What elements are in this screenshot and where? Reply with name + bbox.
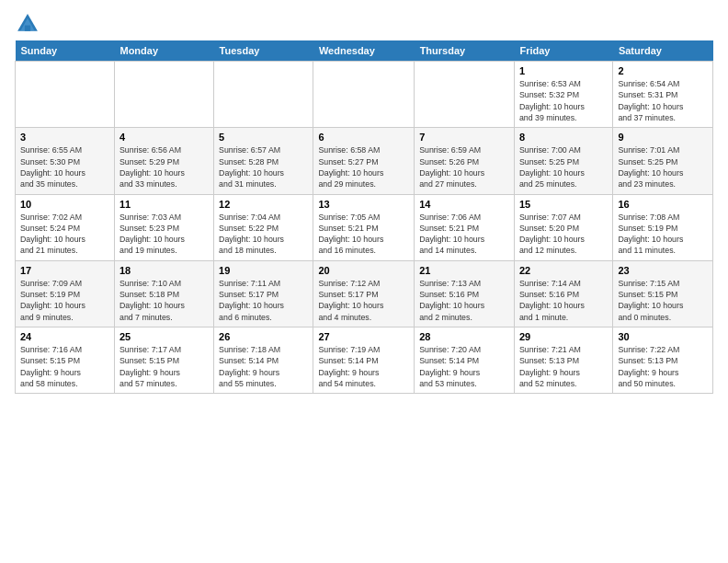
day-number: 24 xyxy=(20,331,109,342)
day-info: Sunrise: 6:55 AM Sunset: 5:30 PM Dayligh… xyxy=(20,144,109,190)
day-info: Sunrise: 7:03 AM Sunset: 5:23 PM Dayligh… xyxy=(119,212,209,257)
day-cell: 16Sunrise: 7:08 AM Sunset: 5:19 PM Dayli… xyxy=(613,194,713,260)
day-cell: 28Sunrise: 7:20 AM Sunset: 5:14 PM Dayli… xyxy=(415,327,515,394)
day-number: 7 xyxy=(419,132,509,143)
day-info: Sunrise: 7:09 AM Sunset: 5:19 PM Dayligh… xyxy=(20,278,109,323)
day-number: 17 xyxy=(20,265,109,276)
day-info: Sunrise: 6:58 AM Sunset: 5:27 PM Dayligh… xyxy=(318,144,409,190)
day-info: Sunrise: 6:54 AM Sunset: 5:31 PM Dayligh… xyxy=(618,78,708,123)
day-number: 6 xyxy=(318,132,409,143)
day-info: Sunrise: 7:06 AM Sunset: 5:21 PM Dayligh… xyxy=(419,212,509,257)
logo xyxy=(15,11,44,37)
day-info: Sunrise: 7:08 AM Sunset: 5:19 PM Dayligh… xyxy=(618,212,708,257)
day-info: Sunrise: 7:13 AM Sunset: 5:16 PM Dayligh… xyxy=(419,278,509,323)
day-info: Sunrise: 7:22 AM Sunset: 5:13 PM Dayligh… xyxy=(618,344,708,389)
day-cell xyxy=(16,62,115,128)
day-number: 11 xyxy=(119,199,209,210)
page: SundayMondayTuesdayWednesdayThursdayFrid… xyxy=(0,0,728,405)
day-info: Sunrise: 7:10 AM Sunset: 5:18 PM Dayligh… xyxy=(119,278,209,323)
day-info: Sunrise: 7:04 AM Sunset: 5:22 PM Dayligh… xyxy=(219,212,308,257)
day-info: Sunrise: 7:18 AM Sunset: 5:14 PM Dayligh… xyxy=(219,344,308,389)
day-cell: 4Sunrise: 6:56 AM Sunset: 5:29 PM Daylig… xyxy=(114,128,213,194)
day-cell: 19Sunrise: 7:11 AM Sunset: 5:17 PM Dayli… xyxy=(214,260,313,327)
day-number: 26 xyxy=(219,331,308,342)
day-cell xyxy=(214,62,313,128)
day-cell: 18Sunrise: 7:10 AM Sunset: 5:18 PM Dayli… xyxy=(114,260,213,327)
day-cell: 21Sunrise: 7:13 AM Sunset: 5:16 PM Dayli… xyxy=(415,260,515,327)
day-cell: 9Sunrise: 7:01 AM Sunset: 5:25 PM Daylig… xyxy=(613,128,713,194)
col-header-sunday: Sunday xyxy=(16,40,115,62)
day-info: Sunrise: 7:11 AM Sunset: 5:17 PM Dayligh… xyxy=(219,278,308,323)
day-cell: 10Sunrise: 7:02 AM Sunset: 5:24 PM Dayli… xyxy=(16,194,115,260)
day-cell xyxy=(415,62,515,128)
day-cell xyxy=(313,62,415,128)
day-cell: 22Sunrise: 7:14 AM Sunset: 5:16 PM Dayli… xyxy=(514,260,612,327)
day-number: 18 xyxy=(119,265,209,276)
day-number: 14 xyxy=(419,199,509,210)
col-header-tuesday: Tuesday xyxy=(214,40,313,62)
week-row-4: 17Sunrise: 7:09 AM Sunset: 5:19 PM Dayli… xyxy=(16,260,713,327)
day-info: Sunrise: 7:02 AM Sunset: 5:24 PM Dayligh… xyxy=(20,212,109,257)
day-info: Sunrise: 7:05 AM Sunset: 5:21 PM Dayligh… xyxy=(318,212,409,257)
day-number: 2 xyxy=(618,65,708,76)
day-number: 1 xyxy=(519,65,608,76)
day-cell: 12Sunrise: 7:04 AM Sunset: 5:22 PM Dayli… xyxy=(214,194,313,260)
day-info: Sunrise: 7:16 AM Sunset: 5:15 PM Dayligh… xyxy=(20,344,109,389)
day-number: 22 xyxy=(519,265,608,276)
day-info: Sunrise: 7:15 AM Sunset: 5:15 PM Dayligh… xyxy=(618,278,708,323)
day-info: Sunrise: 7:14 AM Sunset: 5:16 PM Dayligh… xyxy=(519,278,608,323)
day-number: 28 xyxy=(419,331,509,342)
col-header-thursday: Thursday xyxy=(415,40,515,62)
day-cell: 6Sunrise: 6:58 AM Sunset: 5:27 PM Daylig… xyxy=(313,128,415,194)
col-header-monday: Monday xyxy=(114,40,213,62)
day-number: 20 xyxy=(318,265,409,276)
header xyxy=(15,11,713,37)
day-info: Sunrise: 6:56 AM Sunset: 5:29 PM Dayligh… xyxy=(119,144,209,190)
day-cell: 1Sunrise: 6:53 AM Sunset: 5:32 PM Daylig… xyxy=(514,62,612,128)
day-number: 29 xyxy=(519,331,608,342)
col-header-saturday: Saturday xyxy=(613,40,713,62)
day-cell: 15Sunrise: 7:07 AM Sunset: 5:20 PM Dayli… xyxy=(514,194,612,260)
day-number: 13 xyxy=(318,199,409,210)
day-info: Sunrise: 7:01 AM Sunset: 5:25 PM Dayligh… xyxy=(618,144,708,190)
col-header-friday: Friday xyxy=(514,40,612,62)
day-number: 5 xyxy=(219,132,308,143)
day-cell: 14Sunrise: 7:06 AM Sunset: 5:21 PM Dayli… xyxy=(415,194,515,260)
logo-icon xyxy=(15,11,40,37)
week-row-3: 10Sunrise: 7:02 AM Sunset: 5:24 PM Dayli… xyxy=(16,194,713,260)
day-cell: 24Sunrise: 7:16 AM Sunset: 5:15 PM Dayli… xyxy=(16,327,115,394)
day-number: 4 xyxy=(119,132,209,143)
calendar-table: SundayMondayTuesdayWednesdayThursdayFrid… xyxy=(15,40,713,394)
day-number: 16 xyxy=(618,199,708,210)
day-info: Sunrise: 6:57 AM Sunset: 5:28 PM Dayligh… xyxy=(219,144,308,190)
day-cell: 17Sunrise: 7:09 AM Sunset: 5:19 PM Dayli… xyxy=(16,260,115,327)
calendar-header-row: SundayMondayTuesdayWednesdayThursdayFrid… xyxy=(16,40,713,62)
day-info: Sunrise: 6:53 AM Sunset: 5:32 PM Dayligh… xyxy=(519,78,608,123)
day-number: 25 xyxy=(119,331,209,342)
day-cell: 27Sunrise: 7:19 AM Sunset: 5:14 PM Dayli… xyxy=(313,327,415,394)
day-number: 21 xyxy=(419,265,509,276)
day-number: 9 xyxy=(618,132,708,143)
day-cell xyxy=(114,62,213,128)
day-cell: 8Sunrise: 7:00 AM Sunset: 5:25 PM Daylig… xyxy=(514,128,612,194)
day-number: 23 xyxy=(618,265,708,276)
day-cell: 26Sunrise: 7:18 AM Sunset: 5:14 PM Dayli… xyxy=(214,327,313,394)
day-info: Sunrise: 7:07 AM Sunset: 5:20 PM Dayligh… xyxy=(519,212,608,257)
svg-rect-2 xyxy=(25,26,30,31)
day-info: Sunrise: 7:19 AM Sunset: 5:14 PM Dayligh… xyxy=(318,344,409,389)
day-cell: 2Sunrise: 6:54 AM Sunset: 5:31 PM Daylig… xyxy=(613,62,713,128)
week-row-5: 24Sunrise: 7:16 AM Sunset: 5:15 PM Dayli… xyxy=(16,327,713,394)
day-number: 30 xyxy=(618,331,708,342)
day-cell: 29Sunrise: 7:21 AM Sunset: 5:13 PM Dayli… xyxy=(514,327,612,394)
day-number: 19 xyxy=(219,265,308,276)
day-cell: 25Sunrise: 7:17 AM Sunset: 5:15 PM Dayli… xyxy=(114,327,213,394)
day-info: Sunrise: 7:12 AM Sunset: 5:17 PM Dayligh… xyxy=(318,278,409,323)
day-info: Sunrise: 6:59 AM Sunset: 5:26 PM Dayligh… xyxy=(419,144,509,190)
day-cell: 20Sunrise: 7:12 AM Sunset: 5:17 PM Dayli… xyxy=(313,260,415,327)
day-cell: 5Sunrise: 6:57 AM Sunset: 5:28 PM Daylig… xyxy=(214,128,313,194)
day-cell: 11Sunrise: 7:03 AM Sunset: 5:23 PM Dayli… xyxy=(114,194,213,260)
day-cell: 7Sunrise: 6:59 AM Sunset: 5:26 PM Daylig… xyxy=(415,128,515,194)
day-cell: 23Sunrise: 7:15 AM Sunset: 5:15 PM Dayli… xyxy=(613,260,713,327)
col-header-wednesday: Wednesday xyxy=(313,40,415,62)
day-number: 10 xyxy=(20,199,109,210)
